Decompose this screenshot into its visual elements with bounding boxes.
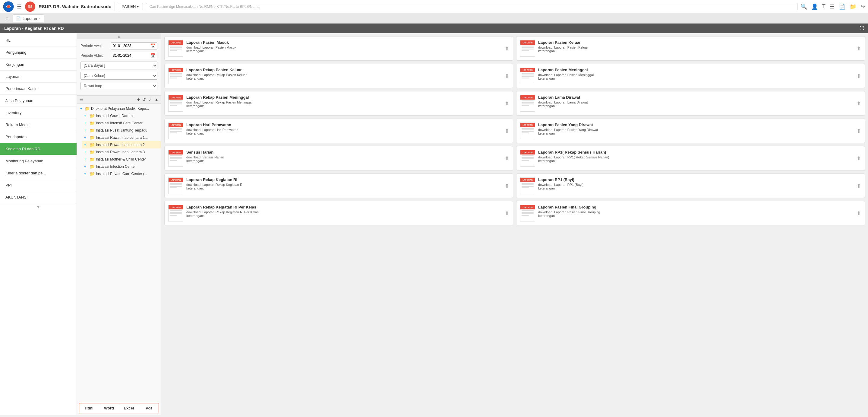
sidebar-item-kinerja-dokter-dan-pe...[interactable]: Kinerja dokter dan pe... — [0, 167, 76, 179]
folder-icon[interactable]: 📁 — [849, 3, 856, 10]
upload-icon-9[interactable]: ⬆ — [857, 155, 861, 162]
tree-refresh-icon[interactable]: ↺ — [142, 97, 146, 102]
list-icon[interactable]: ☰ — [830, 3, 835, 10]
upload-icon-2[interactable]: ⬆ — [505, 73, 509, 79]
tree-toggle-0[interactable]: ▼ — [79, 107, 84, 111]
tree-plus-3[interactable]: + — [84, 128, 88, 132]
tree-node-9[interactable]: + 📁 Instalasi Private Care Center (... — [82, 170, 161, 177]
calendar-icon-akhir[interactable]: 📅 — [150, 53, 155, 58]
periode-awal-input-wrap[interactable]: 01-01-2023 📅 — [111, 42, 157, 50]
sidebar-item-monitoring-pelayanan[interactable]: Monitoring Pelayanan — [0, 155, 76, 167]
thumb-stripe-5: LAPORAN — [520, 95, 535, 99]
report-thumb-2: LAPORAN — [168, 67, 183, 84]
tab-close-button[interactable]: × — [39, 17, 41, 20]
tree-plus-7[interactable]: + — [84, 157, 88, 161]
sidebar-item-inventory[interactable]: Inventory — [0, 107, 76, 119]
tree-collapse-icon[interactable]: ▲ — [154, 97, 159, 102]
upload-icon-6[interactable]: ⬆ — [505, 128, 509, 134]
laporan-tab[interactable]: 📄 Laporan × — [13, 14, 44, 22]
rawat-inap-select[interactable]: Rawat Inap — [81, 82, 157, 90]
tree-plus-2[interactable]: + — [84, 121, 88, 125]
report-title-8: Sensus Harian — [186, 150, 502, 154]
middle-scroll-up[interactable]: ▲ — [77, 33, 161, 39]
folder-icon-7: 📁 — [90, 157, 95, 162]
cara-bayar-select[interactable]: [Cara Bayar ] — [81, 62, 157, 69]
sidebar-item-akuntansi[interactable]: AKUNTANSI — [0, 191, 76, 203]
sidebar-item-kegiatan-ri-dan-rd[interactable]: Kegiatan RI dan RD — [0, 143, 76, 155]
chevron-down-icon: ▾ — [137, 4, 139, 9]
excel-button[interactable]: Excel — [119, 404, 139, 413]
upload-icon-13[interactable]: ⬆ — [857, 210, 861, 217]
tree-node-8[interactable]: + 📁 Instalasi Infection Center — [82, 163, 161, 170]
tree-add-icon[interactable]: + — [137, 97, 140, 102]
tree-node-6[interactable]: + 📁 Instalasi Rawat Inap Lontara 3 — [82, 148, 161, 156]
periode-akhir-input-wrap[interactable]: 31-01-2024 📅 — [111, 52, 157, 59]
expand-icon[interactable]: ⛶ — [860, 26, 864, 31]
sidebar-item-pengunjung[interactable]: Pengunjung — [0, 47, 76, 59]
tree-check-icon[interactable]: ✓ — [148, 97, 152, 102]
search-icon[interactable]: 🔍 — [801, 3, 807, 10]
menu-icon[interactable]: ☰ — [17, 3, 22, 10]
tree-node-7[interactable]: + 📁 Instalasi Mother & Child Center — [82, 156, 161, 163]
main-layout: RLPengunjungKunjunganLayananPenerimaan K… — [0, 33, 868, 415]
upload-icon-3[interactable]: ⬆ — [857, 73, 861, 79]
folder-icon-0: 📁 — [85, 106, 90, 111]
upload-icon-5[interactable]: ⬆ — [857, 100, 861, 107]
sidebar-item-rl[interactable]: RL — [0, 34, 76, 47]
upload-icon-11[interactable]: ⬆ — [857, 183, 861, 189]
report-download-8: download: Sensus Harian — [186, 155, 502, 159]
report-card-1: LAPORAN Laporan Pasien Keluar download: … — [516, 36, 865, 61]
report-info-10: Laporan Rekap Kegiatan RI download: Lapo… — [186, 177, 502, 190]
upload-icon-4[interactable]: ⬆ — [505, 100, 509, 107]
sidebar-item-penerimaan-kasir[interactable]: Penerimaan Kasir — [0, 83, 76, 95]
tree-list-icon[interactable]: ☰ — [79, 97, 83, 102]
tree-plus-4[interactable]: + — [84, 136, 88, 140]
thumb-stripe-13: LAPORAN — [520, 205, 535, 209]
report-card-3: LAPORAN Laporan Pasien Meninggal downloa… — [516, 64, 865, 88]
word-button[interactable]: Word — [99, 404, 119, 413]
section-header: Laporan - Kegiatan RI dan RD ⛶ — [0, 24, 868, 33]
logout-icon[interactable]: ↪ — [861, 3, 865, 10]
tree-plus-8[interactable]: + — [84, 165, 88, 169]
report-keterangan-4: keterangan: — [186, 104, 502, 108]
cara-keluar-select[interactable]: [Cara Keluar] — [81, 72, 157, 80]
sidebar-scroll-down[interactable]: ▼ — [0, 203, 76, 211]
home-tab[interactable]: ⌂ — [2, 14, 12, 22]
report-info-8: Sensus Harian download: Sensus Harian ke… — [186, 150, 502, 162]
tree-plus-5[interactable]: + — [84, 143, 88, 147]
tree-label-5: Instalasi Rawat Inap Lontara 2 — [96, 143, 145, 147]
tree-node-3[interactable]: + 📁 Instalasi Pusat Jantung Terpadu — [82, 127, 161, 134]
html-button[interactable]: Html — [79, 404, 99, 413]
sidebar-item-layanan[interactable]: Layanan — [0, 70, 76, 83]
upload-icon-0[interactable]: ⬆ — [505, 45, 509, 52]
tree-node-5[interactable]: + 📁 Instalasi Rawat Inap Lontara 2 — [82, 141, 161, 148]
sidebar-item-jasa-pelayanan[interactable]: Jasa Pelayanan — [0, 95, 76, 107]
folder-icon-5: 📁 — [90, 142, 95, 147]
sidebar-item-kunjungan[interactable]: Kunjungan — [0, 59, 76, 70]
tree-scroll-area: ▼ 📁 Direktorat Pelayanan Medik, Kepe... … — [77, 104, 161, 401]
pasien-dropdown[interactable]: PASIEN ▾ — [118, 3, 143, 10]
upload-icon-10[interactable]: ⬆ — [505, 183, 509, 189]
pdf-button[interactable]: Pdf — [139, 404, 159, 413]
calendar-icon-awal[interactable]: 📅 — [150, 43, 155, 48]
report-thumb-12: LAPORAN — [168, 205, 183, 221]
upload-icon-12[interactable]: ⬆ — [505, 210, 509, 217]
sidebar-item-pendapatan[interactable]: Pendapatan — [0, 131, 76, 143]
tree-node-0[interactable]: ▼ 📁 Direktorat Pelayanan Medik, Kepe... — [77, 105, 161, 112]
tree-node-2[interactable]: + 📁 Instalasi Intensif Care Center — [82, 119, 161, 127]
tree-node-4[interactable]: + 📁 Instalasi Rawat Inap Lontara 1... — [82, 134, 161, 141]
tree-plus-1[interactable]: + — [84, 114, 88, 118]
sidebar-item-ppi[interactable]: PPI — [0, 179, 76, 191]
patient-search-bar[interactable]: Cari Pasien dgn Memasukkan No.RM/No.KTP/… — [146, 3, 798, 10]
sidebar-item-rekam-medis[interactable]: Rekam Medis — [0, 119, 76, 131]
document-icon[interactable]: 📄 — [839, 3, 845, 10]
add-user-icon[interactable]: 👤 — [811, 3, 818, 10]
tree-node-1[interactable]: + 📁 Instalasi Gawat Darurat — [82, 112, 161, 119]
tree-plus-6[interactable]: + — [84, 150, 88, 154]
upload-icon-1[interactable]: ⬆ — [857, 45, 861, 52]
tree-plus-9[interactable]: + — [84, 172, 88, 176]
upload-icon-8[interactable]: ⬆ — [505, 155, 509, 162]
report-keterangan-1: keterangan: — [538, 49, 854, 53]
text-icon[interactable]: T — [822, 3, 826, 10]
upload-icon-7[interactable]: ⬆ — [857, 128, 861, 134]
